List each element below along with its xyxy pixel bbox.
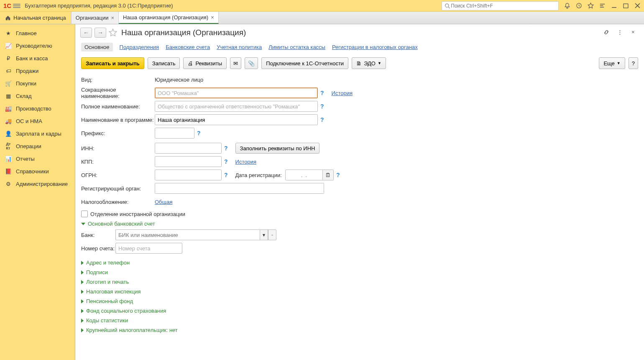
bank-open-button[interactable]: ▫: [268, 229, 276, 240]
reg-date-label: Дата регистрации:: [235, 172, 282, 178]
menu-icon[interactable]: [599, 3, 606, 9]
mail-button[interactable]: ✉: [230, 57, 241, 69]
sidebar-item-reports[interactable]: 📊Отчеты: [0, 152, 75, 165]
paperclip-icon: 📎: [248, 60, 255, 67]
minimize-icon[interactable]: [611, 3, 617, 9]
subtab-bank-accounts[interactable]: Банковские счета: [166, 44, 210, 50]
sidebar-item-manager[interactable]: 📈Руководителю: [0, 39, 75, 52]
attach-button[interactable]: 📎: [245, 57, 258, 69]
tab-close-icon[interactable]: ×: [111, 15, 114, 21]
help-button[interactable]: ?: [629, 57, 638, 69]
ogrn-label: ОГРН:: [81, 172, 155, 178]
subtab-main[interactable]: Основное: [81, 43, 113, 51]
maximize-icon[interactable]: [622, 3, 629, 9]
help-icon[interactable]: ?: [224, 158, 228, 165]
section-logo[interactable]: Логотип и печать: [81, 277, 638, 287]
section-largest-taxpayer[interactable]: Крупнейший налогоплательщик: нет: [81, 325, 638, 335]
help-icon[interactable]: ?: [320, 103, 324, 110]
nav-forward-button[interactable]: →: [95, 28, 106, 38]
bank-input[interactable]: [115, 229, 260, 240]
section-stat-codes[interactable]: Коды статистики: [81, 316, 638, 325]
short-name-input[interactable]: [155, 87, 318, 98]
home-tab[interactable]: Начальная страница: [0, 12, 72, 24]
history-icon[interactable]: [575, 3, 582, 9]
prog-name-input[interactable]: [155, 114, 318, 125]
sidebar-item-warehouse[interactable]: ▦Склад: [0, 90, 75, 102]
bell-icon[interactable]: [564, 3, 570, 9]
section-signatures[interactable]: Подписи: [81, 267, 638, 277]
calendar-button[interactable]: 🗓: [323, 170, 334, 180]
help-icon[interactable]: ?: [320, 116, 324, 123]
kpp-history-link[interactable]: История: [235, 159, 256, 165]
help-icon[interactable]: ?: [336, 172, 340, 178]
sidebar-item-assets[interactable]: 🚚ОС и НМА: [0, 115, 75, 127]
prefix-input[interactable]: [155, 128, 194, 139]
close-icon[interactable]: [634, 3, 641, 9]
favorite-star-icon[interactable]: [109, 28, 117, 37]
foreign-branch-checkbox[interactable]: [81, 211, 88, 217]
chart-icon: 📈: [5, 42, 12, 49]
nav-back-button[interactable]: ←: [80, 28, 92, 38]
bank-dropdown-button[interactable]: ▼: [260, 229, 268, 240]
sidebar-item-directories[interactable]: 📕Справочники: [0, 165, 75, 177]
sidebar-item-label: Руководителю: [16, 43, 52, 49]
section-pension-fund[interactable]: Пенсионный фонд: [81, 296, 638, 306]
section-social-insurance[interactable]: Фонд социального страхования: [81, 306, 638, 316]
subtab-divisions[interactable]: Подразделения: [120, 44, 159, 50]
panel-close-icon[interactable]: ×: [631, 29, 639, 36]
help-icon[interactable]: ?: [224, 172, 228, 178]
global-search[interactable]: [442, 1, 559, 10]
short-name-history-link[interactable]: История: [332, 90, 353, 96]
save-close-button[interactable]: Записать и закрыть: [81, 57, 144, 69]
subtab-accounting-policy[interactable]: Учетная политика: [217, 44, 262, 50]
sidebar-item-bank[interactable]: ₽Банк и касса: [0, 52, 75, 64]
fill-by-inn-button[interactable]: Заполнить реквизиты по ИНН: [235, 143, 320, 154]
home-tab-label: Начальная страница: [13, 15, 66, 21]
tax-value-link[interactable]: Общая: [155, 199, 173, 205]
section-address[interactable]: Адрес и телефон: [81, 258, 638, 267]
more-button[interactable]: Еще▼: [599, 57, 625, 69]
link-icon[interactable]: [603, 29, 611, 36]
star-icon[interactable]: [587, 3, 594, 9]
subtab-cash-limits[interactable]: Лимиты остатка кассы: [268, 44, 325, 50]
kpp-label: КПП:: [81, 159, 155, 165]
help-icon[interactable]: ?: [224, 145, 228, 152]
toolbar: Записать и закрыть Записать 🖨Реквизиты ✉…: [75, 55, 644, 73]
account-input[interactable]: [115, 243, 182, 254]
tab-label: Наша организация (Организация): [123, 14, 208, 21]
subtab-tax-registrations[interactable]: Регистрации в налоговых органах: [332, 44, 418, 50]
reg-date-input[interactable]: [285, 170, 323, 180]
search-input[interactable]: [450, 3, 556, 9]
hamburger-icon[interactable]: [13, 2, 20, 10]
prefix-label: Префикс:: [81, 130, 155, 136]
sidebar-item-sales[interactable]: 🏷Продажи: [0, 64, 75, 77]
help-icon[interactable]: ?: [197, 130, 201, 136]
ogrn-input[interactable]: [155, 170, 222, 180]
section-tax-inspection[interactable]: Налоговая инспекция: [81, 287, 638, 296]
sidebar-item-main[interactable]: ★Главное: [0, 27, 75, 39]
reg-body-input[interactable]: [155, 183, 324, 194]
sidebar-item-production[interactable]: 🏭Производство: [0, 102, 75, 115]
sidebar-item-purchases[interactable]: 🛒Покупки: [0, 77, 75, 90]
save-button[interactable]: Записать: [148, 57, 180, 69]
help-icon[interactable]: ?: [320, 90, 324, 96]
sidebar-item-operations[interactable]: ДтКтОперации: [0, 140, 75, 152]
inn-label: ИНН:: [81, 145, 155, 152]
account-label: Номер счета:: [81, 245, 115, 252]
boxes-icon: ▦: [5, 93, 12, 99]
kpp-input[interactable]: [155, 156, 222, 167]
details-button[interactable]: 🖨Реквизиты: [183, 57, 227, 69]
inn-input[interactable]: [155, 143, 222, 154]
tab-our-organization[interactable]: Наша организация (Организация) ×: [119, 12, 219, 24]
full-name-input[interactable]: [155, 101, 318, 112]
tab-close-icon[interactable]: ×: [211, 14, 214, 21]
tab-organizations[interactable]: Организации ×: [72, 12, 119, 24]
connect-1c-button[interactable]: Подключение к 1С-Отчетности: [261, 57, 348, 69]
sidebar-item-admin[interactable]: ⚙Администрирование: [0, 177, 75, 190]
section-bank-account[interactable]: Основной банковский счет: [81, 219, 638, 229]
mail-icon: ✉: [233, 60, 238, 67]
kebab-icon[interactable]: ⋮: [617, 29, 625, 36]
edo-button[interactable]: 🗎ЭДО▼: [352, 57, 386, 69]
organization-form: Вид: Юридическое лицо Сокращенное наимен…: [75, 73, 644, 343]
sidebar-item-salary[interactable]: 👤Зарплата и кадры: [0, 127, 75, 140]
